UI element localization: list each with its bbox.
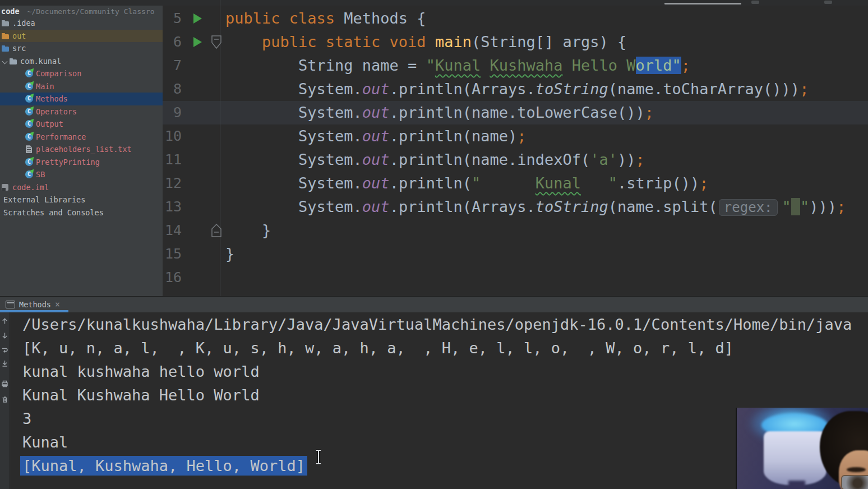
line-number: 9	[163, 101, 187, 124]
class-icon	[25, 69, 34, 78]
down-arrow-icon[interactable]	[1, 332, 8, 339]
console-text: 3	[22, 410, 31, 427]
code-segment: "	[782, 198, 791, 215]
module-icon	[1, 183, 10, 192]
folder-icon	[9, 57, 18, 66]
project-tree: .ideaoutsrccom.kunalComparisonMainMethod…	[0, 17, 163, 219]
fold-column	[207, 195, 225, 219]
run-gutter-empty	[187, 195, 207, 219]
editor-line-7[interactable]: 7 String name = "Kunal Kushwaha Hello Wo…	[163, 54, 868, 77]
code-segment: String name =	[225, 57, 426, 74]
editor-line-16[interactable]: 16	[163, 266, 868, 289]
soft-wrap-icon[interactable]	[1, 347, 8, 354]
class-icon	[25, 82, 34, 91]
tree-item-label: PrettyPrinting	[36, 158, 100, 167]
editor-line-14[interactable]: 14 }	[163, 219, 868, 242]
editor-line-11[interactable]: 11 System.out.println(name.indexOf('a'))…	[163, 148, 868, 172]
chevron-down-icon[interactable]	[1, 57, 9, 65]
tree-item-placeholders-list-txt[interactable]: placeholders_list.txt	[0, 143, 163, 156]
editor-line-15[interactable]: 15}	[163, 242, 868, 266]
top-cropped-strip	[0, 0, 868, 6]
code-segment: out	[362, 174, 390, 192]
tree-item-output[interactable]: Output	[0, 118, 163, 131]
editor-line-6[interactable]: 6 public static void main(String[] args)…	[163, 30, 868, 54]
run-gutter-empty	[187, 54, 207, 77]
line-number: 7	[163, 54, 187, 77]
editor-line-9[interactable]: 9 System.out.println(name.toLowerCase())…	[163, 101, 868, 124]
run-gutter-icon[interactable]	[187, 30, 207, 54]
code-segment: main	[435, 33, 472, 50]
console-text: kunal kushwaha hello world	[22, 363, 260, 380]
editor-line-10[interactable]: 10 System.out.println(name);	[163, 124, 868, 148]
tree-item-label: code.iml	[12, 183, 49, 192]
code-segment: public class	[225, 10, 344, 27]
class-icon	[25, 158, 34, 167]
code-text: public class Methods {	[225, 7, 426, 30]
tree-item-label: Main	[36, 82, 54, 91]
code-segment: )))	[809, 198, 837, 215]
run-toolwindow-tabbar: Methods ×	[0, 296, 868, 312]
run-play-icon[interactable]	[193, 37, 202, 47]
code-segment: ;	[837, 198, 846, 215]
project-root-row[interactable]: code ~/Documents/Community Classro	[0, 6, 163, 17]
tree-item-methods[interactable]: Methods	[0, 93, 163, 105]
code-segment	[225, 33, 262, 50]
fold-marker[interactable]	[207, 219, 225, 242]
up-arrow-icon[interactable]	[1, 317, 8, 325]
code-segment: Kunal	[435, 57, 481, 74]
run-gutter-icon[interactable]	[187, 7, 207, 30]
tree-item-prettyprinting[interactable]: PrettyPrinting	[0, 156, 163, 169]
tree-item-label: Scratches and Consoles	[3, 208, 104, 217]
top-scrollbar-thumb[interactable]	[664, 3, 741, 4]
project-sidebar: code ~/Documents/Community Classro .idea…	[0, 6, 163, 296]
line-number: 13	[163, 195, 187, 219]
code-text: System.out.println(name.indexOf('a'));	[225, 148, 645, 172]
code-text: System.out.println(name);	[225, 124, 526, 148]
tree-item-performance[interactable]: Performance	[0, 131, 163, 144]
tree-item-main[interactable]: Main	[0, 80, 163, 93]
console-toolbar	[0, 312, 10, 489]
tree-item-external-libraries[interactable]: External Libraries	[0, 193, 163, 206]
code-editor[interactable]: 5public class Methods {6 public static v…	[163, 6, 868, 296]
close-icon[interactable]: ×	[55, 301, 60, 309]
scroll-to-end-icon[interactable]	[1, 360, 8, 367]
textfile-icon	[25, 145, 34, 154]
fold-marker[interactable]	[207, 30, 225, 54]
top-toolbar-icon	[824, 1, 832, 4]
run-play-icon[interactable]	[193, 13, 202, 24]
clear-icon[interactable]	[1, 396, 8, 403]
run-tab-label: Methods	[19, 300, 51, 309]
code-text: System.out.println(" Kunal ".strip());	[225, 172, 709, 195]
code-segment: orld"	[636, 57, 681, 74]
editor-line-8[interactable]: 8 System.out.println(Arrays.toString(nam…	[163, 77, 868, 101]
editor-line-5[interactable]: 5public class Methods {	[163, 7, 868, 30]
print-icon[interactable]	[1, 380, 8, 387]
line-number: 12	[163, 172, 187, 195]
tree-item-label: placeholders_list.txt	[36, 145, 132, 154]
fold-column	[207, 77, 225, 101]
tree-item-src[interactable]: src	[0, 42, 163, 55]
tree-item-label: SB	[36, 170, 45, 179]
tree-item-com-kunal[interactable]: com.kunal	[0, 55, 163, 68]
project-name: code	[1, 7, 20, 16]
console-text: Kunal Kushwaha Hello World	[22, 386, 260, 404]
code-text: public static void main(String[] args) {	[225, 30, 626, 54]
run-gutter-empty	[187, 77, 207, 101]
editor-line-13[interactable]: 13 System.out.println(Arrays.toString(na…	[163, 195, 868, 219]
tree-item-label: Operators	[36, 107, 77, 116]
code-segment: out	[362, 198, 390, 215]
tree-item-code-iml[interactable]: code.iml	[0, 181, 163, 194]
tree-item-scratches-and-consoles[interactable]: Scratches and Consoles	[0, 206, 163, 219]
folder-icon	[1, 44, 10, 53]
code-segment: toString	[535, 198, 608, 215]
tree-item--idea[interactable]: .idea	[0, 17, 163, 30]
run-gutter-empty	[187, 266, 207, 289]
tree-item-comparison[interactable]: Comparison	[0, 67, 163, 80]
code-segment: toString	[535, 80, 608, 98]
editor-line-12[interactable]: 12 System.out.println(" Kunal ".strip())…	[163, 172, 868, 195]
tree-item-sb[interactable]: SB	[0, 168, 163, 181]
tree-item-label: Methods	[36, 94, 68, 103]
console-line: Kunal	[22, 431, 852, 454]
tree-item-operators[interactable]: Operators	[0, 105, 163, 118]
tree-item-out[interactable]: out	[0, 30, 163, 43]
